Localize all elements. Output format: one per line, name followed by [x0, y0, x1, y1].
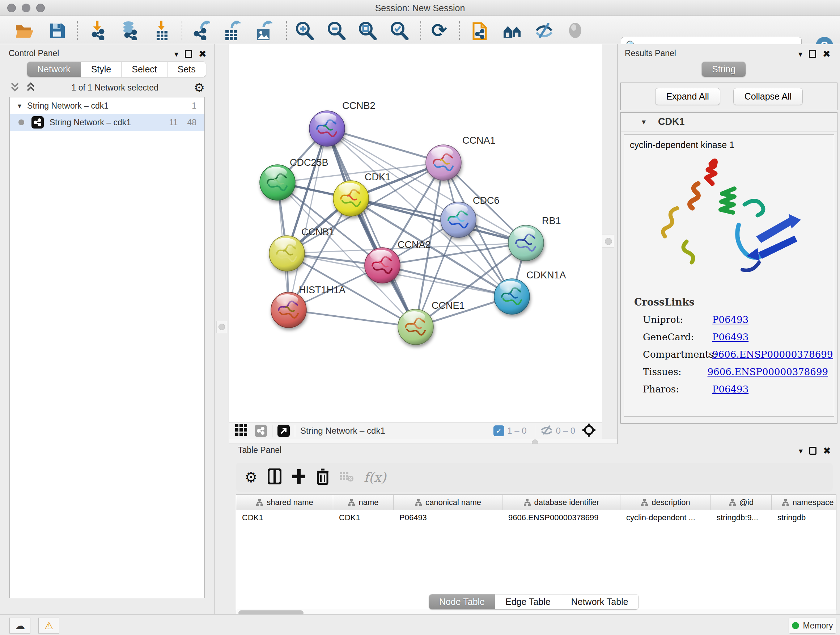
- network-view-title: String Network – cdk1: [300, 426, 385, 436]
- column-header-name[interactable]: name: [333, 495, 393, 510]
- crosslink-label: Tissues:: [643, 366, 707, 377]
- node-CDK1[interactable]: CDK1: [333, 172, 391, 216]
- save-session-icon[interactable]: [47, 20, 67, 41]
- panel-menu-icon[interactable]: ▾: [174, 50, 178, 59]
- export-table-icon[interactable]: [221, 20, 242, 41]
- node-CCNE1[interactable]: CCNE1: [398, 300, 465, 345]
- warnings-button[interactable]: ⚠: [38, 618, 59, 633]
- edge-CCNB2-HIST1H1A[interactable]: [289, 128, 327, 310]
- selected-checkbox-icon[interactable]: ✓: [493, 425, 504, 436]
- panel-menu-icon[interactable]: ▾: [799, 447, 803, 455]
- crosslink-link[interactable]: 9606.ENSP00000378699: [712, 349, 833, 360]
- tab-style[interactable]: Style: [81, 62, 122, 77]
- network-graph[interactable]: CCNB2CCNA1CDC25BCDK1CDC6RB1CCNB1CCNA2CDK…: [229, 44, 602, 422]
- table-cell[interactable]: 9606.ENSP00000378699: [502, 510, 621, 525]
- column-header-database-identifier[interactable]: database identifier: [502, 495, 621, 510]
- network-type-toolbar-icon[interactable]: [255, 424, 267, 437]
- tab-network[interactable]: Network: [27, 62, 81, 77]
- column-header-canonical-name[interactable]: canonical name: [393, 495, 502, 510]
- crosshair-icon[interactable]: [582, 423, 596, 439]
- table-cell[interactable]: CDK1: [236, 510, 333, 525]
- export-network-icon[interactable]: [191, 20, 211, 41]
- crosslink-link[interactable]: P06493: [712, 384, 748, 394]
- control-panel-title: Control Panel: [9, 49, 59, 58]
- zoom-selected-icon[interactable]: [389, 20, 409, 41]
- network-collection-row[interactable]: ▾ String Network – cdk1 1: [10, 97, 204, 114]
- expand-all-button[interactable]: Expand All: [655, 88, 720, 105]
- tab-select[interactable]: Select: [121, 62, 167, 77]
- node-CDC25B[interactable]: CDC25B: [260, 157, 328, 200]
- delete-column-icon[interactable]: [316, 468, 329, 486]
- panel-menu-icon[interactable]: ▾: [798, 50, 802, 59]
- column-header-description[interactable]: description: [621, 495, 711, 510]
- cloud-status-button[interactable]: ☁: [9, 618, 30, 633]
- table-cell[interactable]: CDK1: [333, 510, 393, 525]
- edge-CDK1-RB1[interactable]: [351, 198, 526, 243]
- zoom-fit-icon[interactable]: [357, 20, 378, 41]
- panel-close-icon[interactable]: ✖: [823, 49, 831, 59]
- gear-icon[interactable]: ⚙: [194, 80, 205, 95]
- crosslink-link[interactable]: 9606.ENSP00000378699: [707, 366, 828, 377]
- memory-button[interactable]: Memory: [789, 618, 836, 633]
- node-RB1[interactable]: RB1: [508, 215, 561, 261]
- crosslink-link[interactable]: P06493: [712, 332, 748, 342]
- column-header-namespace[interactable]: namespace: [772, 495, 836, 510]
- panel-float-icon[interactable]: [809, 50, 816, 58]
- import-database-icon[interactable]: [119, 20, 140, 41]
- hidden-eye-icon: [540, 424, 553, 437]
- table-cell[interactable]: stringdb: [772, 510, 836, 525]
- network-from-file-icon[interactable]: [470, 20, 491, 41]
- apply-layout-icon[interactable]: ⟳: [429, 20, 449, 41]
- tab-network-table[interactable]: Network Table: [561, 594, 638, 609]
- vertical-splitter-left[interactable]: [216, 321, 227, 333]
- delete-table-icon: [339, 470, 354, 484]
- collapse-all-button[interactable]: Collapse All: [733, 88, 803, 105]
- tab-sets[interactable]: Sets: [167, 62, 206, 77]
- column-header--id[interactable]: @id: [711, 495, 772, 510]
- section-expander-icon[interactable]: ▾: [642, 117, 646, 126]
- node-CDKN1A[interactable]: CDKN1A: [494, 270, 566, 314]
- zoom-in-icon[interactable]: [294, 20, 315, 41]
- node-CCNA1[interactable]: CCNA1: [426, 135, 496, 180]
- column-header-shared-name[interactable]: shared name: [236, 495, 333, 510]
- crosslink-row: Pharos:P06493: [643, 384, 828, 394]
- crosslink-link[interactable]: P06493: [712, 314, 748, 325]
- open-in-new-window-icon[interactable]: [278, 424, 290, 437]
- network-view-canvas[interactable]: CCNB2CCNA1CDC25BCDK1CDC6RB1CCNB1CCNA2CDK…: [229, 44, 602, 422]
- node-table[interactable]: shared namenamecanonical namedatabase id…: [236, 494, 836, 610]
- export-image-icon[interactable]: [253, 20, 273, 41]
- edge-CCNB2-CCNE1[interactable]: [327, 128, 416, 327]
- open-session-icon[interactable]: [14, 20, 35, 41]
- result-section-header[interactable]: ▾ CDK1: [621, 112, 837, 131]
- add-column-icon[interactable]: [292, 469, 306, 486]
- network-row[interactable]: String Network – cdk1 11 48: [10, 114, 204, 131]
- tab-edge-table[interactable]: Edge Table: [495, 594, 561, 609]
- node-HIST1H1A[interactable]: HIST1H1A: [271, 285, 346, 328]
- import-network-icon[interactable]: [88, 20, 109, 41]
- table-cell[interactable]: P06493: [393, 510, 502, 525]
- vertical-splitter-right[interactable]: [602, 234, 614, 248]
- table-row[interactable]: CDK1CDK1P064939606.ENSP00000378699cyclin…: [236, 510, 836, 525]
- panel-float-icon[interactable]: [185, 50, 192, 58]
- panel-close-icon[interactable]: ✖: [823, 445, 831, 456]
- collection-expander-icon[interactable]: ▾: [18, 101, 21, 110]
- collapse-all-icon[interactable]: [25, 81, 36, 94]
- table-settings-gear-icon[interactable]: ⚙: [245, 469, 257, 486]
- zoom-out-icon[interactable]: [326, 20, 347, 41]
- node-CCNB1[interactable]: CCNB1: [269, 226, 335, 271]
- tab-string[interactable]: String: [702, 62, 745, 77]
- expand-all-icon[interactable]: [9, 81, 20, 94]
- hide-unhide-icon[interactable]: [534, 20, 554, 41]
- table-cell[interactable]: stringdb:9...: [711, 510, 772, 525]
- first-neighbors-icon[interactable]: [502, 20, 523, 41]
- tab-node-table[interactable]: Node Table: [429, 594, 495, 609]
- import-table-icon[interactable]: [152, 20, 172, 41]
- show-columns-icon[interactable]: [268, 469, 281, 486]
- edge-CCNB2-CCNA1[interactable]: [327, 128, 444, 163]
- edge-HIST1H1A-CCNE1[interactable]: [289, 310, 416, 327]
- birds-eye-view-icon[interactable]: [235, 424, 248, 438]
- panel-close-icon[interactable]: ✖: [199, 49, 207, 59]
- table-cell[interactable]: cyclin-dependent ...: [621, 510, 711, 525]
- panel-float-icon[interactable]: [809, 447, 816, 455]
- results-panel-title: Results Panel: [625, 49, 676, 58]
